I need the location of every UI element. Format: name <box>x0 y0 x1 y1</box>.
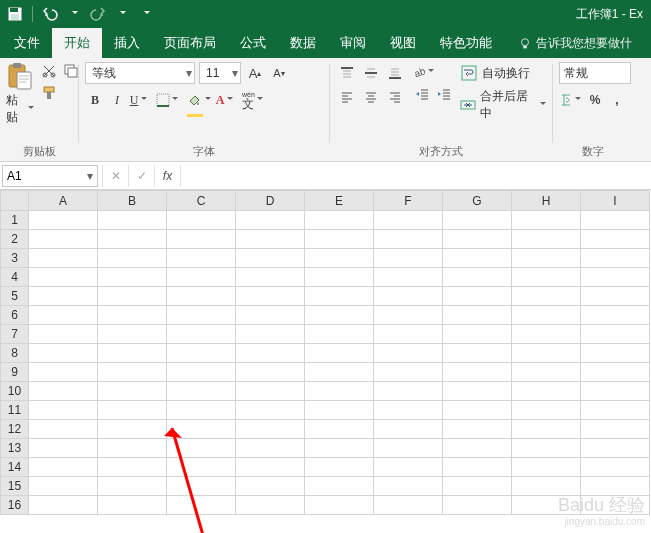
cell[interactable] <box>236 401 305 420</box>
cell[interactable] <box>512 344 581 363</box>
cell[interactable] <box>512 363 581 382</box>
cell[interactable] <box>236 458 305 477</box>
cell[interactable] <box>29 496 98 515</box>
save-icon[interactable] <box>6 5 24 23</box>
name-box[interactable]: A1 ▾ <box>2 165 98 187</box>
cell[interactable] <box>236 477 305 496</box>
percent-style-button[interactable]: % <box>585 90 605 110</box>
cell[interactable] <box>374 458 443 477</box>
cell[interactable] <box>98 306 167 325</box>
insert-function-icon[interactable]: fx <box>154 165 180 187</box>
cell[interactable] <box>98 458 167 477</box>
redo-icon[interactable] <box>89 5 107 23</box>
formula-input[interactable] <box>180 165 651 187</box>
cell[interactable] <box>512 439 581 458</box>
cell[interactable] <box>305 420 374 439</box>
cell[interactable] <box>29 287 98 306</box>
font-name-combo[interactable]: 等线 ▾ <box>85 62 195 84</box>
cell[interactable] <box>305 496 374 515</box>
undo-icon[interactable] <box>41 5 59 23</box>
cell[interactable] <box>374 306 443 325</box>
cell[interactable] <box>29 477 98 496</box>
cell[interactable] <box>167 420 236 439</box>
cell[interactable] <box>305 363 374 382</box>
row-header[interactable]: 4 <box>1 268 29 287</box>
worksheet-grid[interactable]: A B C D E F G H I 1234567891011121314151… <box>0 190 651 533</box>
cell[interactable] <box>167 306 236 325</box>
format-painter-icon[interactable] <box>40 84 58 102</box>
cell[interactable] <box>29 439 98 458</box>
cell[interactable] <box>98 439 167 458</box>
cell[interactable] <box>98 420 167 439</box>
cell[interactable] <box>581 211 650 230</box>
cell[interactable] <box>305 458 374 477</box>
wrap-text-button[interactable]: 自动换行 <box>460 64 546 82</box>
shrink-font-icon[interactable]: A▾ <box>269 63 289 83</box>
cell[interactable] <box>29 230 98 249</box>
cell[interactable] <box>443 306 512 325</box>
tab-formulas[interactable]: 公式 <box>228 28 278 58</box>
fill-color-button[interactable] <box>187 90 213 110</box>
cell[interactable] <box>98 401 167 420</box>
col-header[interactable]: E <box>305 191 374 211</box>
align-center-icon[interactable] <box>360 86 382 108</box>
cell[interactable] <box>29 211 98 230</box>
cell[interactable] <box>236 344 305 363</box>
cell[interactable] <box>98 249 167 268</box>
row-header[interactable]: 10 <box>1 382 29 401</box>
cell[interactable] <box>581 325 650 344</box>
tell-me-search[interactable]: 告诉我您想要做什 <box>518 35 632 58</box>
tab-review[interactable]: 审阅 <box>328 28 378 58</box>
cell[interactable] <box>512 325 581 344</box>
orientation-button[interactable]: ab <box>412 62 436 82</box>
cell[interactable] <box>374 382 443 401</box>
cell[interactable] <box>443 420 512 439</box>
col-header[interactable]: A <box>29 191 98 211</box>
tab-home[interactable]: 开始 <box>52 28 102 58</box>
cell[interactable] <box>167 230 236 249</box>
cell[interactable] <box>443 401 512 420</box>
cell[interactable] <box>167 382 236 401</box>
cell[interactable] <box>581 496 650 515</box>
cell[interactable] <box>236 211 305 230</box>
cell[interactable] <box>581 420 650 439</box>
paste-button[interactable]: 粘贴 <box>6 62 34 126</box>
cell[interactable] <box>443 496 512 515</box>
cell[interactable] <box>305 211 374 230</box>
cell[interactable] <box>236 306 305 325</box>
cell[interactable] <box>305 230 374 249</box>
cell[interactable] <box>374 287 443 306</box>
cell[interactable] <box>29 458 98 477</box>
cell[interactable] <box>29 306 98 325</box>
cell[interactable] <box>167 458 236 477</box>
col-header[interactable]: B <box>98 191 167 211</box>
cell[interactable] <box>512 477 581 496</box>
increase-indent-icon[interactable] <box>434 84 454 104</box>
align-top-icon[interactable] <box>336 62 358 84</box>
cell[interactable] <box>512 401 581 420</box>
cell[interactable] <box>374 477 443 496</box>
cell[interactable] <box>29 325 98 344</box>
cell[interactable] <box>98 496 167 515</box>
tab-insert[interactable]: 插入 <box>102 28 152 58</box>
cell[interactable] <box>374 268 443 287</box>
tab-file[interactable]: 文件 <box>2 28 52 58</box>
cell[interactable] <box>167 496 236 515</box>
cell[interactable] <box>581 363 650 382</box>
cell[interactable] <box>443 344 512 363</box>
cell[interactable] <box>29 344 98 363</box>
align-bottom-icon[interactable] <box>384 62 406 84</box>
cell[interactable] <box>581 268 650 287</box>
cell[interactable] <box>236 439 305 458</box>
underline-button[interactable]: U <box>129 90 149 110</box>
cell[interactable] <box>305 249 374 268</box>
cell[interactable] <box>305 325 374 344</box>
cell[interactable] <box>581 249 650 268</box>
cell[interactable] <box>236 325 305 344</box>
cell[interactable] <box>98 325 167 344</box>
cell[interactable] <box>581 477 650 496</box>
italic-button[interactable]: I <box>107 90 127 110</box>
cell[interactable] <box>512 420 581 439</box>
cell[interactable] <box>98 230 167 249</box>
cell[interactable] <box>167 363 236 382</box>
